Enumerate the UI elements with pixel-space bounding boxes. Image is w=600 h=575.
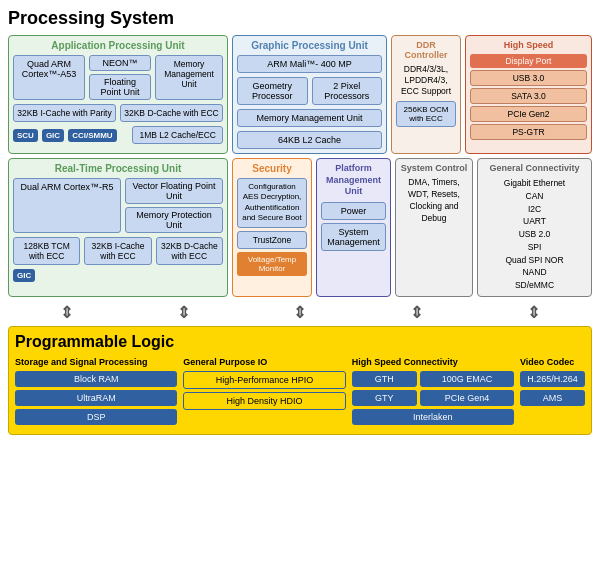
- l2-box: 1MB L2 Cache/ECC: [132, 126, 223, 144]
- genconn-sd: SD/eMMC: [482, 279, 587, 292]
- genconn-spi: SPI: [482, 241, 587, 254]
- ddr-ocm-box: 256KB OCM with ECC: [396, 101, 456, 127]
- pl-video-title: Video Codec: [520, 357, 585, 367]
- pl-title: Programmable Logic: [15, 333, 585, 351]
- pl-pciegen4: PCIe Gen4: [420, 390, 514, 406]
- gpu-title: Graphic Processing Unit: [237, 40, 382, 51]
- arrow-5: ⇕: [527, 303, 540, 322]
- pl-gth: GTH: [352, 371, 417, 387]
- pixel-box: 2 Pixel Processors: [312, 77, 383, 105]
- apu-title: Application Processing Unit: [13, 40, 223, 51]
- gpu-row: Geometry Processor 2 Pixel Processors: [237, 77, 382, 105]
- neon-fpu-group: NEON™ Floating Point Unit: [89, 55, 151, 100]
- ddr-block: DDR Controller DDR4/3/3L, LPDDR4/3, ECC …: [391, 35, 461, 154]
- security-title: Security: [237, 163, 307, 174]
- genconn-nand: NAND: [482, 266, 587, 279]
- sysctrl-title: System Control: [400, 163, 468, 173]
- pl-h265: H.265/H.264: [520, 371, 585, 387]
- gic-tag: GIC: [42, 129, 64, 142]
- gpu-mmu-box: Memory Management Unit: [237, 109, 382, 127]
- pl-100gemac: 100G EMAC: [420, 371, 514, 387]
- arrow-3: ⇕: [293, 303, 306, 322]
- pl-gpio-col: General Purpose IO High-Performance HPIO…: [183, 357, 345, 428]
- pl-blockram: Block RAM: [15, 371, 177, 387]
- aes-box: Configuration AES Decryption, Authentifi…: [237, 178, 307, 228]
- mid-section: Real-Time Processing Unit Dual ARM Corte…: [8, 158, 592, 297]
- main-container: Processing System Application Processing…: [0, 0, 600, 443]
- pl-ams: AMS: [520, 390, 585, 406]
- top-section: Application Processing Unit Quad ARM Cor…: [8, 35, 592, 154]
- icache-box: 32KB I-Cache with Parity: [13, 104, 116, 122]
- genconn-quadspi: Quad SPI NOR: [482, 254, 587, 267]
- rpu-right-group: Vector Floating Point Unit Memory Protec…: [125, 178, 223, 233]
- arrow-2: ⇕: [177, 303, 190, 322]
- pl-gty: GTY: [352, 390, 417, 406]
- pmu-title: Platform Management Unit: [321, 163, 386, 198]
- pl-hpio: High-Performance HPIO: [183, 371, 345, 389]
- hs-sata-box: SATA 3.0: [470, 88, 587, 104]
- volttemp-box: Voltage/Temp Monitor: [237, 252, 307, 276]
- genconn-uart: UART: [482, 215, 587, 228]
- gpu-l2-box: 64KB L2 Cache: [237, 131, 382, 149]
- rpu-row3: GIC: [13, 269, 223, 282]
- gpu-block: Graphic Processing Unit ARM Mali™- 400 M…: [232, 35, 387, 154]
- genconn-block: General Connectivity Gigabit Ethernet CA…: [477, 158, 592, 297]
- hs-usb-box: USB 3.0: [470, 70, 587, 86]
- pl-hsconn-title: High Speed Connectivity: [352, 357, 514, 367]
- sysctrl-block: System Control DMA, Timers, WDT, Resets,…: [395, 158, 473, 297]
- scu-tag: SCU: [13, 129, 38, 142]
- genconn-i2c: I2C: [482, 203, 587, 216]
- rpu-title: Real-Time Processing Unit: [13, 163, 223, 174]
- genconn-can: CAN: [482, 190, 587, 203]
- pl-gpio-title: General Purpose IO: [183, 357, 345, 367]
- pl-hdio: High Density HDIO: [183, 392, 345, 410]
- hs-dp-box: Display Port: [470, 54, 587, 68]
- dcache-box: 32KB D-Cache with ECC: [120, 104, 223, 122]
- mmu-box: Memory Management Unit: [155, 55, 223, 100]
- security-block: Security Configuration AES Decryption, A…: [232, 158, 312, 297]
- pl-video-col: Video Codec H.265/H.264 AMS: [520, 357, 585, 428]
- pl-hsconn-row1: GTH 100G EMAC: [352, 371, 514, 390]
- rpu-gic-tag: GIC: [13, 269, 35, 282]
- pl-hsconn-col: High Speed Connectivity GTH 100G EMAC GT…: [352, 357, 514, 428]
- arrow-row: ⇕ ⇕ ⇕ ⇕ ⇕: [8, 301, 592, 324]
- arrow-4: ⇕: [410, 303, 423, 322]
- genconn-title: General Connectivity: [482, 163, 587, 173]
- apu-row2: 32KB I-Cache with Parity 32KB D-Cache wi…: [13, 104, 223, 122]
- geometry-box: Geometry Processor: [237, 77, 308, 105]
- hs-psgtr-box: PS-GTR: [470, 124, 587, 140]
- rpu-block: Real-Time Processing Unit Dual ARM Corte…: [8, 158, 228, 297]
- rpu-icache-box: 32KB I-Cache with ECC: [84, 237, 151, 265]
- ddr-title: DDR Controller: [396, 40, 456, 60]
- pl-interlaken: Interlaken: [352, 409, 514, 425]
- neon-box: NEON™: [89, 55, 151, 71]
- trustzone-box: TrustZone: [237, 231, 307, 249]
- rpu-row1: Dual ARM Cortex™-R5 Vector Floating Poin…: [13, 178, 223, 233]
- pl-content: Storage and Signal Processing Block RAM …: [15, 357, 585, 428]
- sysctrl-content: DMA, Timers, WDT, Resets, Clocking and D…: [400, 177, 468, 225]
- ddr-content: DDR4/3/3L, LPDDR4/3, ECC Support: [396, 64, 456, 97]
- vfpu-box: Vector Floating Point Unit: [125, 178, 223, 204]
- genconn-ethernet: Gigabit Ethernet: [482, 177, 587, 190]
- hs-pcie-box: PCIe Gen2: [470, 106, 587, 122]
- pmu-block: Platform Management Unit Power System Ma…: [316, 158, 391, 297]
- mali-box: ARM Mali™- 400 MP: [237, 55, 382, 73]
- hs-title: High Speed: [470, 40, 587, 50]
- pl-hsconn-row2: GTY PCIe Gen4: [352, 390, 514, 409]
- arrow-1: ⇕: [60, 303, 73, 322]
- power-box: Power: [321, 202, 386, 220]
- sysmgmt-box: System Management: [321, 223, 386, 251]
- fpu-box: Floating Point Unit: [89, 74, 151, 100]
- genconn-usb: USB 2.0: [482, 228, 587, 241]
- cci-tag: CCI/SMMU: [68, 129, 116, 142]
- pl-ultraram: UltraRAM: [15, 390, 177, 406]
- apu-row1: Quad ARM Cortex™-A53 NEON™ Floating Poin…: [13, 55, 223, 100]
- apu-block: Application Processing Unit Quad ARM Cor…: [8, 35, 228, 154]
- mpu-box: Memory Protection Unit: [125, 207, 223, 233]
- rpu-row2: 128KB TCM with ECC 32KB I-Cache with ECC…: [13, 237, 223, 265]
- apu-row3: SCU GIC CCI/SMMU 1MB L2 Cache/ECC: [13, 126, 223, 144]
- page-title: Processing System: [8, 8, 592, 29]
- pl-storage-col: Storage and Signal Processing Block RAM …: [15, 357, 177, 428]
- rpu-tcm-box: 128KB TCM with ECC: [13, 237, 80, 265]
- pl-section: Programmable Logic Storage and Signal Pr…: [8, 326, 592, 435]
